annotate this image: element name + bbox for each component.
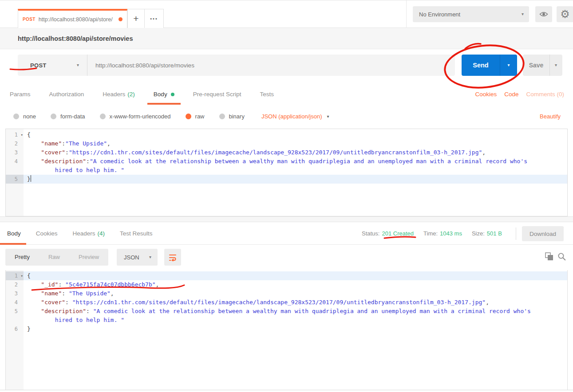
code-line[interactable]: }: [24, 325, 567, 333]
view-raw[interactable]: Raw: [39, 249, 69, 266]
editor-line[interactable]: 4 "cover": "https://cdn1.thr.com/sites/d…: [6, 298, 567, 307]
editor-line[interactable]: 3 "cover":"https://cdn1.thr.com/sites/de…: [6, 148, 567, 157]
method-label: POST: [30, 62, 47, 69]
chevron-down-icon: ▾: [77, 63, 79, 67]
response-format-select[interactable]: JSON ▾: [117, 249, 158, 266]
code-line[interactable]: "name": "The Upside",: [24, 289, 567, 298]
tab-authorization[interactable]: Authorization: [48, 84, 85, 105]
send-options-button[interactable]: ▾: [500, 55, 517, 76]
tab-options-button[interactable]: •••: [144, 9, 164, 28]
header-bar: POST http://localhost:8080/api/store/ + …: [0, 0, 573, 28]
line-number: 5: [6, 307, 24, 325]
body-present-dot: [171, 93, 174, 96]
request-body-editor[interactable]: 1▾{2 "name":"The Upside",3 "cover":"http…: [5, 129, 568, 216]
fold-toggle-icon[interactable]: ▾: [21, 130, 23, 139]
fold-toggle-icon[interactable]: ▾: [21, 271, 23, 280]
tab-headers[interactable]: Headers (2): [102, 84, 136, 105]
response-headers-count-badge: (4): [98, 230, 105, 237]
wrap-text-button[interactable]: [164, 249, 181, 266]
editor-line[interactable]: 2 "_id": "5c4e715fa74c07dbbb6ecb7b",: [6, 280, 567, 289]
response-toolbar: Pretty Raw Preview JSON ▾: [0, 245, 573, 270]
content-type-select[interactable]: JSON (application/json) ▾: [261, 113, 329, 120]
code-link[interactable]: Code: [504, 91, 518, 98]
environment-quicklook-button[interactable]: [535, 6, 552, 22]
tab-tests-label: Tests: [260, 91, 274, 98]
copy-response-button[interactable]: [545, 252, 553, 263]
download-button[interactable]: Download: [522, 226, 564, 241]
code-line[interactable]: "cover": "https://cdn1.thr.com/sites/def…: [24, 298, 567, 307]
response-editor-lines[interactable]: 1▾{2 "_id": "5c4e715fa74c07dbbb6ecb7b",3…: [6, 270, 567, 333]
tab-pre-request-script[interactable]: Pre-request Script: [192, 84, 242, 105]
response-tab-body[interactable]: Body: [6, 222, 22, 245]
send-button[interactable]: Send ▾: [462, 55, 517, 76]
radio-icon: [219, 114, 225, 119]
response-tab-cookies[interactable]: Cookies: [35, 222, 59, 245]
editor-line[interactable]: 5}: [6, 175, 567, 184]
text-cursor: [31, 175, 32, 182]
view-preview[interactable]: Preview: [69, 249, 108, 266]
tab-pre-request-label: Pre-request Script: [193, 91, 241, 98]
request-bar: POST ▾ http://localhost:8080/api/store/m…: [0, 49, 573, 84]
request-url-input[interactable]: http://localhost:8080/api/store/movies: [87, 55, 455, 76]
body-type-none-label: none: [23, 113, 36, 120]
beautify-link[interactable]: Beautify: [540, 113, 561, 120]
code-line[interactable]: }: [24, 175, 567, 184]
request-editor-lines[interactable]: 1▾{2 "name":"The Upside",3 "cover":"http…: [6, 129, 567, 184]
body-type-form-data[interactable]: form-data: [51, 113, 85, 120]
request-tabs-row: Params Authorization Headers (2) Body Pr…: [0, 84, 573, 105]
editor-line[interactable]: 4 "description":"A comedic look at the r…: [6, 157, 567, 175]
time-value: 1043 ms: [440, 230, 462, 237]
bottom-border: [0, 390, 573, 390]
request-tabs: Params Authorization Headers (2) Body Pr…: [9, 84, 275, 105]
body-type-none[interactable]: none: [13, 113, 36, 120]
response-body-editor[interactable]: 1▾{2 "_id": "5c4e715fa74c07dbbb6ecb7b",3…: [5, 270, 568, 390]
environment-select[interactable]: No Environment ▾: [413, 6, 529, 22]
cookies-link[interactable]: Cookies: [475, 91, 497, 98]
editor-line[interactable]: 5 "description": "A comedic look at the …: [6, 307, 567, 325]
body-type-raw[interactable]: raw: [186, 113, 205, 120]
response-tab-headers[interactable]: Headers (4): [72, 222, 106, 245]
response-tab-test-results[interactable]: Test Results: [119, 222, 154, 245]
chevron-down-icon: ▾: [149, 255, 151, 259]
code-line[interactable]: "name":"The Upside",: [24, 139, 567, 148]
new-tab-button[interactable]: +: [127, 9, 145, 28]
body-type-row: none form-data x-www-form-urlencoded raw…: [0, 105, 573, 128]
code-line[interactable]: {: [24, 271, 567, 280]
code-line[interactable]: "description":"A comedic look at the rel…: [24, 157, 567, 175]
time-item: Time:1043 ms: [423, 230, 462, 237]
tab-params-label: Params: [10, 91, 31, 98]
radio-selected-icon: [186, 114, 191, 119]
editor-line[interactable]: 1▾{: [6, 130, 567, 139]
copy-icon: [545, 252, 553, 261]
body-type-urlencoded[interactable]: x-www-form-urlencoded: [100, 113, 171, 120]
method-select[interactable]: POST ▾: [18, 55, 87, 76]
settings-button[interactable]: ⚙: [557, 6, 573, 22]
code-line[interactable]: "description": "A comedic look at the re…: [24, 307, 567, 325]
response-tab-tests-label: Test Results: [120, 230, 153, 237]
response-tab-body-label: Body: [7, 230, 21, 237]
view-pretty[interactable]: Pretty: [5, 249, 39, 266]
tab-tests[interactable]: Tests: [259, 84, 275, 105]
editor-line[interactable]: 3 "name": "The Upside",: [6, 289, 567, 298]
status-label: Status:: [362, 230, 379, 237]
response-tab-headers-label: Headers: [73, 230, 95, 237]
tab-body[interactable]: Body: [153, 84, 175, 105]
send-label: Send: [462, 55, 500, 76]
body-type-binary[interactable]: binary: [219, 113, 245, 120]
editor-line[interactable]: 2 "name":"The Upside",: [6, 139, 567, 148]
request-tab[interactable]: POST http://localhost:8080/api/store/: [18, 9, 127, 28]
code-line[interactable]: "_id": "5c4e715fa74c07dbbb6ecb7b",: [24, 280, 567, 289]
editor-line[interactable]: 6}: [6, 325, 567, 333]
tab-params[interactable]: Params: [9, 84, 32, 105]
wrap-text-icon: [168, 253, 177, 261]
code-line[interactable]: {: [24, 130, 567, 139]
code-line[interactable]: "cover":"https://cdn1.thr.com/sites/defa…: [24, 148, 567, 157]
search-response-button[interactable]: [557, 252, 566, 263]
time-label: Time:: [423, 230, 438, 237]
chevron-down-icon: ▾: [555, 63, 557, 67]
editor-line[interactable]: 1▾{: [6, 271, 567, 280]
body-type-binary-label: binary: [229, 113, 245, 120]
save-options-button[interactable]: ▾: [549, 55, 562, 76]
comments-link[interactable]: Comments (0): [526, 91, 564, 98]
save-button[interactable]: Save ▾: [523, 55, 562, 76]
